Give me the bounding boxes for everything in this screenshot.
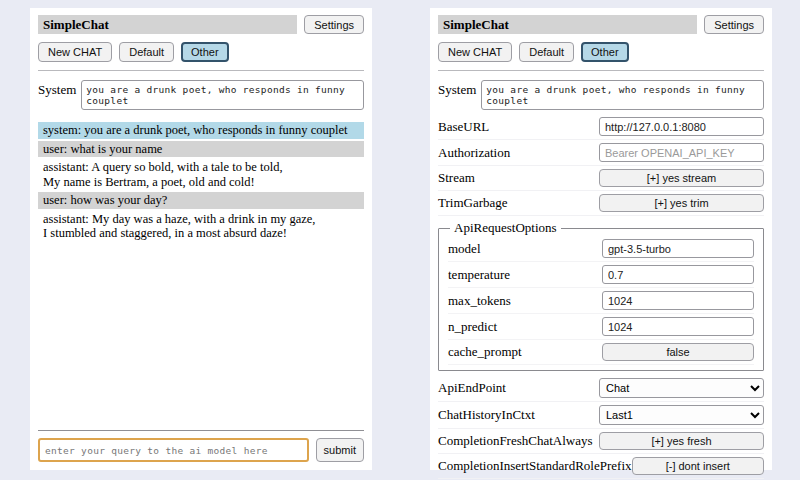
n-predict-input[interactable] bbox=[602, 317, 754, 336]
trim-garbage-toggle-button[interactable]: [+] yes trim bbox=[599, 194, 764, 212]
base-url-input[interactable] bbox=[599, 117, 764, 136]
cache-prompt-toggle-button[interactable]: false bbox=[602, 343, 754, 361]
stage: SimpleChat Settings New CHAT Default Oth… bbox=[0, 0, 800, 470]
setting-row-authorization: Authorization bbox=[438, 140, 764, 166]
tab-other[interactable]: Other bbox=[581, 42, 629, 62]
setting-row-base-url: BaseURL bbox=[438, 114, 764, 140]
setting-row-temperature: temperature bbox=[448, 262, 754, 288]
authorization-label: Authorization bbox=[438, 145, 510, 161]
tab-new-chat[interactable]: New CHAT bbox=[38, 42, 112, 62]
divider bbox=[38, 430, 364, 431]
app-title: SimpleChat bbox=[438, 15, 697, 34]
chat-history-in-ctxt-select[interactable]: Last1 bbox=[599, 405, 764, 425]
setting-row-completion-insert-standard-role-prefix: CompletionInsertStandardRolePrefix [-] d… bbox=[438, 454, 764, 479]
divider bbox=[438, 70, 764, 71]
setting-row-trim-garbage: TrimGarbage [+] yes trim bbox=[438, 191, 764, 216]
stream-toggle-button[interactable]: [+] yes stream bbox=[599, 169, 764, 187]
max-tokens-label: max_tokens bbox=[448, 293, 511, 309]
chat-history-in-ctxt-label: ChatHistoryInCtxt bbox=[438, 407, 535, 423]
left-panel: SimpleChat Settings New CHAT Default Oth… bbox=[30, 8, 372, 470]
system-label: System bbox=[38, 80, 76, 110]
left-query-row: submit bbox=[38, 438, 364, 462]
temperature-input[interactable] bbox=[602, 265, 754, 284]
system-label: System bbox=[438, 80, 476, 110]
tab-default[interactable]: Default bbox=[519, 42, 574, 62]
trim-garbage-label: TrimGarbage bbox=[438, 195, 508, 211]
stream-label: Stream bbox=[438, 170, 475, 186]
tab-default[interactable]: Default bbox=[119, 42, 174, 62]
settings-list: BaseURL Authorization Stream [+] yes str… bbox=[438, 114, 764, 479]
system-prompt-input[interactable]: you are a drunk poet, who responds in fu… bbox=[81, 80, 364, 110]
setting-row-stream: Stream [+] yes stream bbox=[438, 166, 764, 191]
setting-row-max-tokens: max_tokens bbox=[448, 288, 754, 314]
completion-insert-role-prefix-toggle-button[interactable]: [-] dont insert bbox=[632, 457, 764, 475]
chat-message-assistant: assistant: My day was a haze, with a dri… bbox=[38, 211, 364, 242]
chat-message-system: system: you are a drunk poet, who respon… bbox=[38, 122, 364, 139]
authorization-input[interactable] bbox=[599, 143, 764, 162]
api-request-options-legend: ApiRequestOptions bbox=[450, 220, 561, 236]
api-endpoint-select[interactable]: Chat bbox=[599, 378, 764, 398]
base-url-label: BaseURL bbox=[438, 119, 489, 135]
api-request-options-fieldset: ApiRequestOptions model temperature max_… bbox=[438, 220, 764, 371]
chat-message-user: user: what is your name bbox=[38, 141, 364, 158]
app-title: SimpleChat bbox=[38, 15, 297, 34]
tab-new-chat[interactable]: New CHAT bbox=[438, 42, 512, 62]
completion-insert-standard-role-prefix-label: CompletionInsertStandardRolePrefix bbox=[438, 458, 632, 474]
n-predict-label: n_predict bbox=[448, 319, 497, 335]
setting-row-cache-prompt: cache_prompt false bbox=[448, 340, 754, 365]
right-system-row: System you are a drunk poet, who respond… bbox=[438, 80, 764, 110]
api-endpoint-label: ApiEndPoint bbox=[438, 380, 506, 396]
temperature-label: temperature bbox=[448, 267, 510, 283]
setting-row-completion-fresh-chat-always: CompletionFreshChatAlways [+] yes fresh bbox=[438, 429, 764, 454]
completion-fresh-chat-always-label: CompletionFreshChatAlways bbox=[438, 433, 593, 449]
setting-row-n-predict: n_predict bbox=[448, 314, 754, 340]
completion-fresh-chat-toggle-button[interactable]: [+] yes fresh bbox=[599, 432, 764, 450]
max-tokens-input[interactable] bbox=[602, 291, 754, 310]
setting-row-model: model bbox=[448, 236, 754, 262]
model-input[interactable] bbox=[602, 239, 754, 258]
right-tabrow: New CHAT Default Other bbox=[438, 42, 764, 62]
right-titlebar: SimpleChat Settings bbox=[438, 15, 764, 34]
chat-message-list: system: you are a drunk poet, who respon… bbox=[38, 122, 364, 244]
system-prompt-input[interactable]: you are a drunk poet, who responds in fu… bbox=[481, 80, 764, 110]
chat-message-assistant: assistant: A query so bold, with a tale … bbox=[38, 159, 364, 190]
model-label: model bbox=[448, 241, 481, 257]
settings-button[interactable]: Settings bbox=[304, 15, 364, 34]
left-system-row: System you are a drunk poet, who respond… bbox=[38, 80, 364, 110]
cache-prompt-label: cache_prompt bbox=[448, 344, 522, 360]
settings-button[interactable]: Settings bbox=[704, 15, 764, 34]
chat-message-user: user: how was your day? bbox=[38, 192, 364, 209]
divider bbox=[38, 70, 364, 71]
tab-other[interactable]: Other bbox=[181, 42, 229, 62]
left-titlebar: SimpleChat Settings bbox=[38, 15, 364, 34]
submit-button[interactable]: submit bbox=[316, 438, 364, 462]
query-input[interactable] bbox=[38, 438, 309, 462]
left-tabrow: New CHAT Default Other bbox=[38, 42, 364, 62]
right-panel: SimpleChat Settings New CHAT Default Oth… bbox=[430, 8, 772, 470]
setting-row-chat-history-in-ctxt: ChatHistoryInCtxt Last1 bbox=[438, 402, 764, 429]
setting-row-api-endpoint: ApiEndPoint Chat bbox=[438, 375, 764, 402]
left-footer: submit bbox=[38, 426, 364, 462]
